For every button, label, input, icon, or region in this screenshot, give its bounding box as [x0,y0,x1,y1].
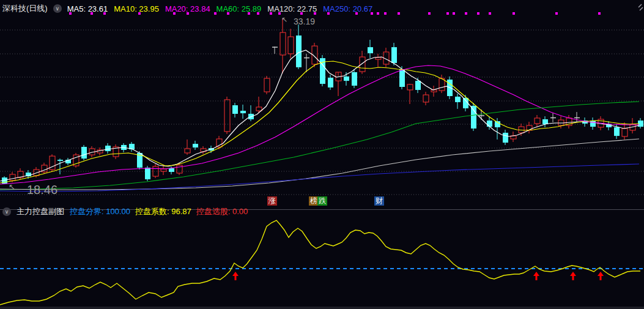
candle [240,105,246,119]
candle [217,136,222,149]
buy-arrow [598,272,604,280]
candle [368,40,373,58]
signal-dot [465,12,467,15]
candle [153,164,158,178]
buy-arrow [533,272,539,280]
candle [336,72,341,96]
candle [161,165,166,175]
candle [185,140,190,155]
ma-legend-ma250: MA250: 20.67 [323,4,372,13]
signal-dot [555,12,558,15]
candle [630,118,635,133]
candle [105,143,111,154]
ma-legend-ma20: MA20: 23.84 [165,4,210,13]
candle [50,154,55,171]
candle [511,132,516,142]
collapse-indicator-icon[interactable]: ∨ [2,207,11,216]
indicator-line [0,220,640,305]
indicator-param: 控盘分界: 100.00 [70,206,130,217]
candle [352,69,357,88]
candle [431,86,437,97]
low-arrow: ↖ [9,182,15,192]
high-price-label: 33.19 [294,17,315,26]
low-price-label: 18.46 [27,183,57,196]
signal-dot [398,12,400,15]
candle [288,29,294,58]
candle [590,117,596,130]
ma-line-ma250 [0,164,639,192]
grid-lines [0,30,644,195]
collapse-main-chart-icon[interactable]: ∨ [53,4,62,13]
indicator-param: 控盘系数: 96.87 [135,206,191,217]
candle [73,153,79,168]
candle [42,163,47,174]
candle [527,122,532,133]
candle [57,158,63,174]
stock-title: 深科技(日线) [2,3,48,14]
candle [439,75,445,93]
signal-dot [477,12,479,15]
ma-legend-ma10: MA10: 23.95 [114,4,159,13]
candle [193,141,198,150]
buy-arrow [232,272,239,280]
ma-line-ma120 [0,139,639,190]
signal-dot [513,12,515,15]
candle [224,97,230,134]
ma-legend-ma60: MA60: 25.89 [217,4,262,13]
indicator-title: 主力控盘副图 [17,206,64,217]
signal-dot [428,12,431,15]
main-chart-header: 深科技(日线) ∨ MA5: 23.61MA10: 23.95MA20: 23.… [2,3,372,14]
app-window: ↖33.19↖18.46 深科技(日线) ∨ MA5: 23.61MA10: 2… [0,0,644,309]
indicator-header: ∨ 主力控盘副图 控盘分界: 100.00控盘系数: 96.87控盘选股: 0.… [2,206,248,217]
signal-dot [598,12,601,15]
ma-legend-ma120: MA120: 22.75 [267,4,317,13]
high-arrow: ↖ [281,15,287,24]
buy-signal-arrows [232,272,604,280]
candle [471,103,476,131]
candle [535,115,540,127]
signal-dot [489,12,491,15]
candle [280,18,286,73]
candle [383,48,389,67]
ma-line-ma5 [0,50,639,181]
bottom-edge-strip [0,307,644,309]
indicator-chart-canvas[interactable] [0,209,644,309]
indicator-param: 控盘选股: 0.00 [196,206,248,217]
ma-legend-ma5: MA5: 23.61 [67,4,108,13]
panel-resize-handle[interactable] [638,4,643,10]
signal-dot [377,12,379,15]
ma-legend: MA5: 23.61MA10: 23.95MA20: 23.84MA60: 25… [67,4,373,13]
candle [296,24,302,69]
candle [455,94,461,109]
candle [550,113,556,122]
candle [264,76,270,94]
candle [542,116,548,127]
candle [423,92,429,105]
signal-dot [453,12,455,15]
candle [376,54,381,67]
candle [320,55,325,86]
badge-跌[interactable]: 跌 [317,196,327,206]
main-chart-canvas[interactable]: ↖33.19↖18.46 [0,0,644,209]
candle [113,144,119,159]
candle [503,130,508,145]
signal-dot [446,12,449,15]
candle [232,103,238,117]
signal-dot [384,12,387,15]
candle [65,158,71,165]
indicator-params: 控盘分界: 100.00控盘系数: 96.87控盘选股: 0.00 [70,206,248,217]
candle [272,47,278,54]
candle [201,146,206,154]
badge-涨[interactable]: 涨 [267,196,277,206]
candle [328,75,333,90]
candle [407,84,413,104]
candle [248,105,254,121]
buy-arrow [570,272,576,280]
candle [81,145,87,160]
badge-财[interactable]: 财 [374,196,384,206]
hotkey-badge-row: 涨榜跌财 [0,196,644,206]
